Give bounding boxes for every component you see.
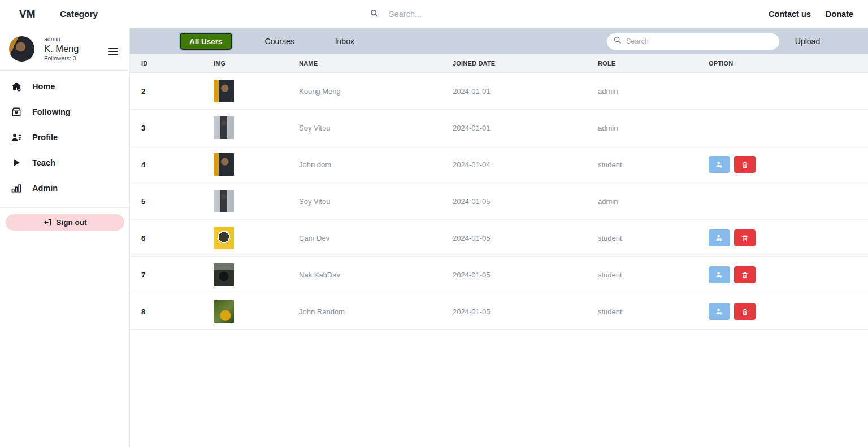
main-content: All Users Courses Inbox Upload ID IMG NA… (130, 28, 868, 447)
cell-name: John dom (288, 160, 441, 169)
cell-name: Cam Dev (288, 234, 441, 242)
user-photo (214, 80, 234, 102)
table-row: 2 Koung Meng 2024-01-01 admin (130, 73, 868, 110)
sidebar-nav: Home Following Profile Teach Admin (0, 71, 129, 201)
table-row: 7 Nak KabDav 2024-01-05 student (130, 257, 868, 293)
promote-user-button[interactable] (709, 266, 730, 283)
cell-role: student (587, 307, 697, 316)
row-actions (709, 156, 868, 173)
promote-user-button[interactable] (709, 156, 730, 173)
col-header-img: IMG (202, 60, 288, 67)
cell-joined-date: 2024-01-01 (441, 87, 587, 96)
delete-user-button[interactable] (734, 303, 756, 320)
col-header-id: ID (130, 60, 202, 67)
sidebar-item-label: Profile (32, 133, 58, 142)
sidebar-item-teach[interactable]: Teach (0, 150, 129, 176)
tab-bar: All Users Courses Inbox Upload (130, 28, 868, 54)
table-body: 2 Koung Meng 2024-01-01 admin 3 (130, 73, 868, 330)
cell-role: student (587, 160, 697, 169)
table-search (607, 33, 779, 50)
table-search-input[interactable] (626, 37, 762, 45)
profile-name: K. Meng (44, 43, 79, 55)
donate-link[interactable]: Donate (826, 10, 853, 19)
profile-followers: Followers: 3 (44, 55, 79, 62)
cell-role: admin (587, 197, 697, 206)
cell-role: admin (587, 124, 697, 132)
table-row: 4 John dom 2024-01-04 student (130, 146, 868, 183)
category-menu[interactable]: Category (60, 9, 98, 19)
tab-courses[interactable]: Courses (265, 37, 294, 46)
delete-user-button[interactable] (734, 266, 756, 283)
cell-role: student (587, 234, 697, 242)
cell-id: 8 (130, 307, 202, 316)
cell-option (697, 303, 868, 320)
table-row: 8 John Random 2024-01-05 student (130, 293, 868, 330)
tab-all-users[interactable]: All Users (180, 33, 232, 50)
promote-user-button[interactable] (709, 229, 730, 246)
cell-joined-date: 2024-01-04 (441, 160, 587, 169)
cell-name: Soy Vitou (288, 197, 441, 206)
user-photo (214, 153, 234, 176)
cell-joined-date: 2024-01-01 (441, 124, 587, 132)
global-search-input[interactable] (389, 10, 524, 19)
sidebar: admin K. Meng Followers: 3 Home Followin… (0, 28, 130, 447)
cell-option (697, 193, 868, 210)
person-lines-icon (10, 131, 23, 144)
cell-option (697, 83, 868, 99)
sidebar-item-following[interactable]: Following (0, 99, 129, 125)
cell-img (202, 190, 288, 212)
app-logo: VM (19, 8, 36, 20)
col-header-name: NAME (288, 60, 441, 67)
sign-out-label: Sign out (57, 218, 87, 227)
col-header-option: OPTION (697, 60, 868, 67)
cell-option (697, 229, 868, 246)
cell-option (697, 266, 868, 283)
row-actions (709, 266, 868, 283)
global-search (370, 0, 524, 28)
avatar[interactable] (9, 36, 34, 62)
cell-joined-date: 2024-01-05 (441, 271, 587, 279)
contact-us-link[interactable]: Contact us (769, 10, 811, 19)
promote-user-button[interactable] (709, 303, 730, 320)
user-photo (214, 300, 234, 323)
delete-user-button[interactable] (734, 156, 756, 173)
profile-role: admin (44, 36, 79, 43)
profile-info: admin K. Meng Followers: 3 (44, 36, 79, 62)
search-icon (370, 9, 379, 20)
col-header-role: ROLE (587, 60, 697, 67)
tab-inbox[interactable]: Inbox (335, 37, 354, 46)
sidebar-item-home[interactable]: Home (0, 74, 129, 99)
sign-out-button[interactable]: Sign out (6, 214, 124, 231)
sidebar-item-label: Teach (32, 158, 55, 167)
hamburger-menu-icon[interactable] (108, 46, 118, 57)
bar-chart-icon (10, 182, 23, 194)
cell-name: John Random (288, 307, 441, 316)
sidebar-item-label: Admin (32, 184, 58, 193)
cell-name: Nak KabDav (288, 271, 441, 279)
cell-img (202, 80, 288, 102)
cell-img (202, 227, 288, 249)
cell-joined-date: 2024-01-05 (441, 234, 587, 242)
table-row: 3 Soy Vitou 2024-01-01 admin (130, 110, 868, 146)
cell-img (202, 116, 288, 139)
cell-name: Soy Vitou (288, 124, 441, 132)
cell-id: 5 (130, 197, 202, 206)
cell-img (202, 263, 288, 286)
table-row: 5 Soy Vitou 2024-01-05 admin (130, 183, 868, 220)
sidebar-item-profile[interactable]: Profile (0, 125, 129, 150)
user-photo (214, 263, 234, 286)
sidebar-item-admin[interactable]: Admin (0, 176, 129, 201)
row-actions (709, 229, 868, 246)
cell-role: admin (587, 87, 697, 96)
user-photo (214, 116, 234, 139)
user-photo (214, 227, 234, 249)
sign-out-icon (44, 218, 52, 227)
upload-button[interactable]: Upload (779, 37, 836, 46)
navbar-links: Contact us Donate (769, 10, 868, 19)
delete-user-button[interactable] (734, 229, 756, 246)
cell-id: 4 (130, 160, 202, 169)
top-navbar: VM Category Contact us Donate (0, 0, 868, 28)
col-header-joined: JOINED DATE (441, 60, 587, 67)
cell-joined-date: 2024-01-05 (441, 307, 587, 316)
cell-option (697, 119, 868, 136)
